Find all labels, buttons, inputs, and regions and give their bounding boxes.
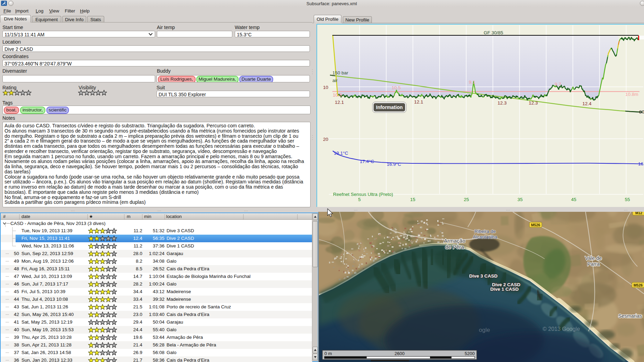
svg-text:Vale de: Vale de <box>585 255 602 261</box>
svg-text:16.: 16. <box>638 161 644 166</box>
svg-text:5200: 5200 <box>465 351 475 356</box>
svg-text:45: 45 <box>571 197 576 202</box>
svg-text:2600: 2600 <box>395 351 405 356</box>
svg-text:19.1°C: 19.1°C <box>334 151 348 156</box>
svg-text:air: air <box>332 78 338 83</box>
svg-text:10: 10 <box>323 85 328 90</box>
svg-text:150 bar: 150 bar <box>332 70 348 75</box>
svg-text:© 2013 Google: © 2013 Google <box>543 326 580 332</box>
svg-text:12.1: 12.1 <box>335 100 344 105</box>
svg-text:Armação: Armação <box>444 238 465 244</box>
svg-text:16.9°C: 16.9°C <box>387 162 401 167</box>
svg-text:35: 35 <box>517 197 522 202</box>
svg-text:9.7: 9.7 <box>555 82 561 87</box>
svg-text:Ribeira de: Ribeira de <box>474 229 496 234</box>
svg-text:M12: M12 <box>635 212 643 215</box>
svg-text:9.1: 9.1 <box>469 80 475 85</box>
svg-text:25: 25 <box>464 197 469 202</box>
svg-text:20: 20 <box>323 137 328 142</box>
svg-text:Dive 3 CASD: Dive 3 CASD <box>469 273 498 279</box>
svg-text:Dive 1 CASD: Dive 1 CASD <box>490 287 519 292</box>
svg-text:Alcantarilha: Alcantarilha <box>473 234 498 239</box>
svg-text:GF 30/85: GF 30/85 <box>484 30 503 35</box>
svg-text:0 m: 0 m <box>324 351 332 356</box>
svg-text:12.1: 12.1 <box>414 99 423 105</box>
svg-text:12.4: 12.4 <box>582 101 592 106</box>
svg-text:15: 15 <box>410 197 415 202</box>
svg-text:Reefnet Sensus Ultra (Preto): Reefnet Sensus Ultra (Preto) <box>333 192 393 197</box>
svg-text:17.4°C: 17.4°C <box>360 159 374 164</box>
svg-text:12.3: 12.3 <box>498 100 507 106</box>
svg-text:10.8m: 10.8m <box>625 92 638 97</box>
svg-text:de Pêra: de Pêra <box>445 244 464 250</box>
svg-text:M526: M526 <box>531 223 540 227</box>
svg-text:5: 5 <box>358 197 361 202</box>
svg-text:55: 55 <box>625 197 630 202</box>
svg-text:ogle: ogle <box>479 327 490 333</box>
svg-text:M526: M526 <box>634 283 643 287</box>
svg-text:12.3: 12.3 <box>529 100 538 106</box>
svg-text:10.8: 10.8 <box>333 92 342 98</box>
svg-text:10.5: 10.5 <box>392 85 401 90</box>
svg-text:80: 80 <box>639 109 644 115</box>
svg-text:Parra: Parra <box>587 261 600 267</box>
svg-text:Sesmarias: Sesmarias <box>618 313 642 319</box>
